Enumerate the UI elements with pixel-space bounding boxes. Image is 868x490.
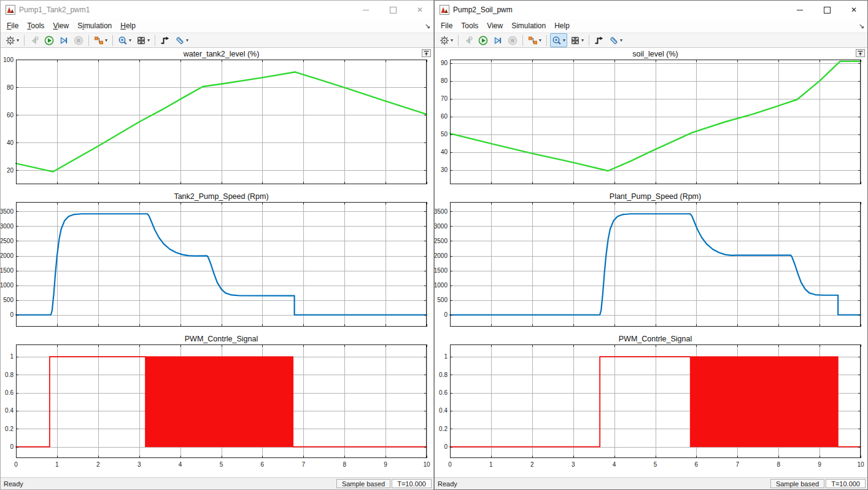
menu-tools[interactable]: Tools (23, 20, 48, 31)
stop-button[interactable] (72, 33, 85, 47)
simulink-blocks-icon (94, 36, 104, 45)
plot-area-water-tank2-level-[interactable]: 20406080100 (16, 60, 427, 184)
svg-text:1500: 1500 (1, 267, 14, 274)
minimize-button[interactable] (786, 1, 813, 19)
menu-file[interactable]: File (2, 20, 23, 31)
svg-text:60: 60 (7, 112, 14, 119)
dropdown-caret-icon[interactable]: ▾ (147, 38, 150, 43)
close-button[interactable]: ✕ (840, 1, 867, 19)
trigger-button[interactable] (592, 33, 606, 47)
menu-view[interactable]: View (482, 20, 507, 31)
svg-text:8: 8 (777, 461, 780, 468)
stop-button[interactable] (506, 33, 519, 47)
trigger-button[interactable] (158, 33, 172, 47)
svg-text:8: 8 (343, 461, 346, 468)
svg-text:9: 9 (818, 461, 821, 468)
zoom-icon (118, 36, 128, 45)
titlebar[interactable]: Pump1_Tank2_pwm1 ✕ (1, 1, 433, 19)
gear-icon (440, 36, 449, 45)
axis-ticks (16, 60, 427, 184)
plot-title: soil_level (%) (450, 50, 861, 59)
axis-ticks (16, 202, 427, 327)
status-ready: Ready (1, 480, 23, 488)
plot-border (451, 203, 861, 327)
fit-to-view-button[interactable]: ▾ (568, 33, 586, 47)
step-forward-button[interactable] (491, 33, 505, 47)
dock-arrow-icon[interactable]: ↘ (425, 23, 430, 29)
plot-border (17, 203, 427, 327)
menu-file[interactable]: File (436, 20, 457, 31)
dropdown-caret-icon[interactable]: ▾ (451, 38, 453, 43)
step-forward-button[interactable] (57, 33, 71, 47)
zoom-button[interactable]: ▾ (116, 33, 133, 47)
zoom-button[interactable]: ▾ (550, 33, 567, 47)
svg-text:1: 1 (489, 461, 493, 468)
plot-area-pwm-contrle-signal[interactable]: 00.20.40.60.81012345678910 (16, 344, 427, 458)
menu-help[interactable]: Help (550, 20, 574, 31)
svg-text:2000: 2000 (1, 252, 14, 259)
status-sim-time: T=10.000 (826, 479, 866, 488)
menu-tools[interactable]: Tools (457, 20, 482, 31)
dropdown-caret-icon[interactable]: ▾ (563, 38, 565, 43)
step-back-icon (29, 36, 39, 45)
dropdown-caret-icon[interactable]: ▾ (105, 38, 107, 43)
close-button[interactable]: ✕ (406, 1, 433, 19)
svg-text:2: 2 (96, 461, 100, 468)
menu-simulation[interactable]: Simulation (73, 20, 116, 31)
step-forward-icon (493, 36, 503, 45)
configuration-button[interactable]: ▾ (4, 33, 21, 47)
series-PWM_on_pulse (16, 357, 145, 447)
highlight-block-button[interactable]: ▾ (526, 33, 543, 47)
step-back-button[interactable] (28, 33, 41, 47)
svg-text:3000: 3000 (435, 223, 448, 230)
statusbar: Ready Sample based T=10.000 (435, 477, 867, 489)
menubar: FileToolsViewSimulationHelp ↘ (1, 19, 433, 33)
dropdown-caret-icon[interactable]: ▾ (539, 38, 541, 43)
dock-arrow-icon[interactable]: ↘ (859, 23, 864, 29)
svg-text:40: 40 (7, 139, 14, 146)
dropdown-caret-icon[interactable]: ▾ (620, 38, 622, 43)
gear-icon (6, 36, 15, 45)
fit-to-view-button[interactable]: ▾ (134, 33, 152, 47)
run-icon (478, 36, 488, 45)
plot-title: PWM_Contrle_Signal (16, 335, 427, 344)
svg-text:0: 0 (10, 311, 14, 318)
titlebar[interactable]: Pump2_Soil_pwm ✕ (435, 1, 867, 19)
minimize-button[interactable] (352, 1, 379, 19)
minimize-icon (797, 10, 803, 10)
plot-area-plant-pump-speed-rpm-[interactable]: 0500100015002000250030003500 (450, 202, 861, 327)
measurements-button[interactable]: ▾ (173, 33, 190, 47)
dropdown-caret-icon[interactable]: ▾ (186, 38, 188, 43)
series-PWM_dense_switching (690, 357, 838, 447)
series-soil_level (450, 61, 861, 171)
menu-help[interactable]: Help (116, 20, 140, 31)
step-back-button[interactable] (462, 33, 475, 47)
plot-area-tank2-pump-speed-rpm-[interactable]: 0500100015002000250030003500 (16, 202, 427, 327)
maximize-button[interactable] (813, 1, 840, 19)
measurements-button[interactable]: ▾ (607, 33, 624, 47)
maximize-button[interactable] (379, 1, 406, 19)
close-icon: ✕ (417, 6, 423, 14)
configuration-button[interactable]: ▾ (438, 33, 455, 47)
run-button[interactable] (476, 33, 490, 47)
svg-text:40: 40 (441, 149, 448, 155)
highlight-block-button[interactable]: ▾ (92, 33, 109, 47)
series-PWM_on_pulse (450, 357, 690, 447)
stop-icon (508, 36, 517, 45)
status-sample-mode: Sample based (336, 479, 390, 488)
stop-icon (74, 36, 83, 45)
dropdown-caret-icon[interactable]: ▾ (17, 38, 19, 43)
plot-area-soil-level-[interactable]: 30405060708090 (450, 60, 861, 184)
dropdown-caret-icon[interactable]: ▾ (129, 38, 131, 43)
menu-simulation[interactable]: Simulation (507, 20, 550, 31)
svg-text:0.4: 0.4 (5, 407, 14, 414)
svg-text:3: 3 (138, 461, 141, 468)
svg-text:50: 50 (441, 131, 448, 138)
run-button[interactable] (42, 33, 56, 47)
toolbar-separator (546, 35, 547, 46)
plot-area-pwm-contrle-signal[interactable]: 00.20.40.60.81012345678910 (450, 344, 861, 458)
dropdown-caret-icon[interactable]: ▾ (581, 38, 584, 43)
menu-view[interactable]: View (48, 20, 73, 31)
svg-text:3000: 3000 (1, 223, 14, 230)
svg-text:1: 1 (10, 353, 14, 360)
